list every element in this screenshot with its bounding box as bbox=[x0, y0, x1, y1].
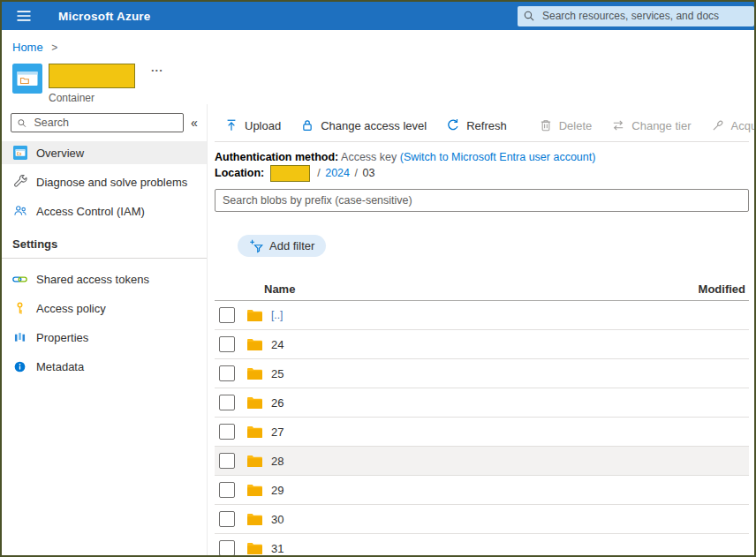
blob-folder-link[interactable]: 29 bbox=[271, 484, 284, 497]
add-filter-icon bbox=[249, 239, 263, 253]
trash-icon bbox=[539, 118, 553, 132]
change-tier-button[interactable]: Change tier bbox=[601, 114, 700, 137]
blob-folder-link[interactable]: 31 bbox=[271, 542, 284, 555]
table-row[interactable]: 25 bbox=[215, 359, 749, 388]
add-filter-button[interactable]: Add filter bbox=[238, 235, 326, 257]
blob-folder-link[interactable]: 26 bbox=[271, 396, 284, 410]
folder-icon bbox=[246, 484, 263, 497]
refresh-icon bbox=[446, 118, 460, 132]
table-row[interactable]: 29 bbox=[215, 476, 749, 505]
sidebar-item-diagnose[interactable]: Diagnose and solve problems bbox=[2, 170, 207, 193]
folder-icon bbox=[246, 513, 263, 526]
azure-portal-window: Microsoft Azure Home > ... Container bbox=[0, 0, 756, 557]
authentication-method-line: Authentication method: Access key (Switc… bbox=[215, 150, 749, 165]
sidebar-item-properties[interactable]: Properties bbox=[2, 326, 207, 349]
upload-button[interactable]: Upload bbox=[215, 114, 291, 137]
folder-icon bbox=[246, 425, 263, 439]
row-checkbox[interactable] bbox=[219, 453, 235, 469]
link-icon bbox=[12, 272, 27, 287]
location-year-link[interactable]: 2024 bbox=[325, 167, 350, 179]
table-row[interactable]: 26 bbox=[215, 388, 749, 418]
people-icon bbox=[12, 204, 27, 219]
location-line: Location: / 2024 / 03 bbox=[215, 165, 749, 182]
blob-folder-link[interactable]: 24 bbox=[271, 338, 284, 351]
blob-folder-link[interactable]: 27 bbox=[271, 425, 284, 439]
sidebar-item-overview[interactable]: Overview bbox=[2, 141, 207, 164]
columns-icon bbox=[12, 330, 27, 345]
folder-icon bbox=[246, 338, 263, 351]
global-search bbox=[518, 6, 754, 26]
table-row[interactable]: 27 bbox=[215, 418, 749, 447]
blob-list-header: Name Modified bbox=[215, 278, 749, 301]
table-row[interactable]: 28 bbox=[215, 447, 749, 476]
change-access-level-button[interactable]: Change access level bbox=[291, 114, 436, 137]
row-checkbox[interactable] bbox=[219, 424, 235, 440]
menu-search-input[interactable] bbox=[32, 116, 178, 130]
row-checkbox[interactable] bbox=[219, 482, 235, 498]
row-checkbox[interactable] bbox=[219, 395, 235, 410]
sidebar-item-label: Shared access tokens bbox=[36, 273, 149, 286]
breadcrumb: Home > bbox=[2, 30, 754, 54]
blob-browser-main: Upload Change access level Refresh Delet… bbox=[208, 104, 754, 555]
folder-icon bbox=[246, 455, 263, 468]
row-checkbox[interactable] bbox=[219, 307, 235, 323]
upload-icon bbox=[224, 118, 238, 132]
page-header: ... Container bbox=[2, 54, 754, 104]
column-header-modified: Modified bbox=[699, 282, 745, 296]
blob-folder-link[interactable]: 25 bbox=[271, 367, 284, 380]
portal-topbar: Microsoft Azure bbox=[2, 2, 754, 30]
blob-prefix-search-input[interactable] bbox=[215, 189, 749, 212]
breadcrumb-home-link[interactable]: Home bbox=[12, 41, 43, 54]
location-path-redacted bbox=[270, 165, 310, 182]
table-row[interactable]: 30 bbox=[215, 505, 749, 534]
sidebar-item-metadata[interactable]: Metadata bbox=[2, 355, 207, 378]
delete-button[interactable]: Delete bbox=[529, 114, 602, 137]
container-icon bbox=[12, 146, 27, 161]
folder-icon bbox=[246, 542, 263, 555]
sidebar-divider bbox=[2, 258, 207, 259]
folder-icon bbox=[246, 309, 263, 322]
sidebar-item-label: Overview bbox=[36, 147, 84, 160]
sidebar-item-shared-access-tokens[interactable]: Shared access tokens bbox=[2, 267, 207, 290]
sidebar-item-label: Access Control (IAM) bbox=[36, 205, 145, 218]
sidebar-item-access-policy[interactable]: Access policy bbox=[2, 297, 207, 320]
table-row[interactable]: [..] bbox=[215, 301, 749, 330]
container-name-redacted bbox=[49, 64, 135, 88]
context-info: Authentication method: Access key (Switc… bbox=[215, 150, 749, 182]
refresh-button[interactable]: Refresh bbox=[436, 114, 517, 137]
row-checkbox[interactable] bbox=[219, 336, 235, 352]
page-type-label: Container bbox=[49, 92, 163, 104]
row-checkbox[interactable] bbox=[219, 540, 235, 555]
wrench-icon bbox=[12, 175, 27, 190]
hamburger-menu-icon[interactable] bbox=[14, 6, 34, 26]
menu-search bbox=[11, 113, 184, 132]
global-search-input[interactable] bbox=[541, 9, 749, 23]
row-checkbox[interactable] bbox=[219, 365, 235, 381]
table-row[interactable]: 24 bbox=[215, 330, 749, 359]
folder-icon bbox=[246, 396, 263, 410]
row-checkbox[interactable] bbox=[219, 511, 235, 527]
acquire-lease-button[interactable]: Acquire lease bbox=[701, 114, 755, 137]
blob-folder-link[interactable]: 28 bbox=[271, 455, 284, 468]
search-icon bbox=[523, 10, 535, 22]
sidebar-item-access-control[interactable]: Access Control (IAM) bbox=[2, 199, 207, 222]
parent-folder-link[interactable]: [..] bbox=[271, 309, 283, 321]
search-icon bbox=[17, 117, 26, 129]
switch-to-entra-link[interactable]: (Switch to Microsoft Entra user account) bbox=[400, 151, 596, 163]
blob-list: Name Modified [..] 24 25 bbox=[215, 278, 749, 555]
key-icon bbox=[12, 301, 27, 316]
command-bar: Upload Change access level Refresh Delet… bbox=[215, 113, 749, 142]
sidebar-item-label: Access policy bbox=[36, 302, 106, 315]
sidebar-item-label: Properties bbox=[36, 331, 88, 344]
blob-folder-link[interactable]: 30 bbox=[271, 513, 284, 526]
table-row[interactable]: 31 bbox=[215, 534, 749, 555]
collapse-menu-icon[interactable]: « bbox=[191, 116, 198, 130]
column-header-name: Name bbox=[264, 282, 295, 296]
sidebar-item-label: Diagnose and solve problems bbox=[36, 176, 187, 189]
lock-icon bbox=[300, 118, 314, 132]
folder-icon bbox=[246, 367, 263, 380]
change-tier-icon bbox=[611, 118, 625, 132]
portal-title[interactable]: Microsoft Azure bbox=[58, 10, 151, 23]
info-icon bbox=[12, 359, 27, 374]
more-menu[interactable]: ... bbox=[151, 64, 163, 72]
